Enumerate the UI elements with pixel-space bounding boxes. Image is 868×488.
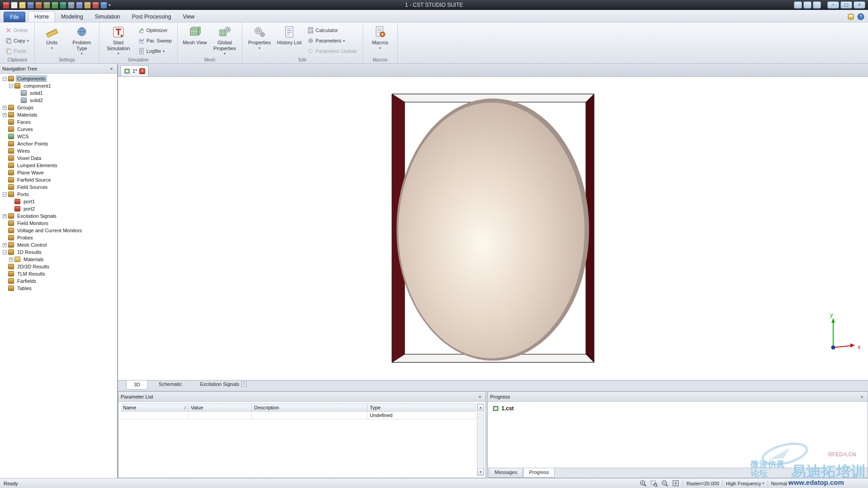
zoom-in-icon[interactable] xyxy=(639,479,647,487)
tree-item-port2[interactable]: port2 xyxy=(0,205,117,212)
paste-icon[interactable] xyxy=(84,2,91,9)
tab-modeling[interactable]: Modeling xyxy=(55,12,89,22)
param-scrollbar[interactable]: ▲ ▼ xyxy=(477,404,484,476)
cut-icon[interactable] xyxy=(68,2,75,9)
tree-item-farfields[interactable]: Farfields xyxy=(0,277,117,285)
dock-tab-messages[interactable]: Messages xyxy=(489,468,523,478)
tree-item-lumped-elements[interactable]: Lumped Elements xyxy=(0,162,117,169)
tree-item-1d-results[interactable]: −1D Results xyxy=(0,249,117,256)
tree-item-field-monitors[interactable]: Field Monitors xyxy=(0,220,117,227)
progress-file-item[interactable]: 1.cst xyxy=(488,402,868,412)
view-tab-3d[interactable]: 3D xyxy=(126,380,148,389)
viewport-3d[interactable]: y x xyxy=(118,77,868,380)
calculator-button[interactable]: Calculator xyxy=(305,26,359,35)
qat-customize-caret-icon[interactable]: ▾ xyxy=(108,3,111,7)
help-icon[interactable] xyxy=(100,2,107,9)
save-project-icon[interactable] xyxy=(27,2,34,9)
ellipsoid-model[interactable] xyxy=(396,99,589,361)
collapse-icon[interactable]: − xyxy=(3,192,7,197)
tree-item-components[interactable]: −Components xyxy=(0,75,117,82)
delete-icon[interactable] xyxy=(92,2,99,9)
delete-button[interactable]: Delete xyxy=(3,26,31,35)
tree-item-faces[interactable]: Faces xyxy=(0,118,117,126)
properties-button[interactable]: Properties ▾ xyxy=(245,24,274,50)
column-header-description[interactable]: Description xyxy=(252,404,368,412)
parameter-row[interactable]: Undefined xyxy=(121,412,476,419)
undo-icon[interactable] xyxy=(52,2,58,9)
tab-post-processing[interactable]: Post Processing xyxy=(126,12,177,22)
expand-icon[interactable]: + xyxy=(3,106,7,110)
tree-item-curves[interactable]: Curves xyxy=(0,126,117,133)
import-icon[interactable] xyxy=(35,2,42,9)
help-icon[interactable]: ? xyxy=(857,13,864,20)
paste-button[interactable]: Paste xyxy=(3,47,31,56)
logfile-button[interactable]: Logfile ▾ xyxy=(136,47,174,56)
close-icon[interactable]: × xyxy=(241,381,247,387)
expand-icon[interactable]: + xyxy=(9,258,13,262)
tree-item-farfield-source[interactable]: Farfield Source xyxy=(0,176,117,183)
mesh-view-button[interactable]: Mesh View xyxy=(181,24,209,46)
tree-item-ports[interactable]: −Ports xyxy=(0,191,117,198)
redo-icon[interactable] xyxy=(60,2,66,9)
close-icon[interactable]: × xyxy=(108,65,115,72)
macros-button[interactable]: Macros ▾ xyxy=(366,24,394,50)
tree-item-2d-3d-results[interactable]: 2D/3D Results xyxy=(0,263,117,270)
zoom-out-icon[interactable] xyxy=(661,479,669,487)
frequency-range-dropdown[interactable]: High Frequency ▾ xyxy=(726,481,764,486)
close-icon[interactable]: × xyxy=(476,393,483,400)
history-list-button[interactable]: History List xyxy=(275,24,303,46)
column-header-name[interactable]: Name/ xyxy=(121,404,189,412)
tree-item-plane-wave[interactable]: Plane Wave xyxy=(0,169,117,176)
collapse-icon[interactable]: − xyxy=(9,84,13,88)
tree-item-anchor-points[interactable]: Anchor Points xyxy=(0,140,117,147)
minimize-button[interactable]: − xyxy=(827,1,839,9)
units-button[interactable]: Units ▾ xyxy=(38,24,66,50)
copy-button[interactable]: Copy ▾ xyxy=(3,36,31,45)
tree-item-voltage-and-current-monitors[interactable]: Voltage and Current Monitors xyxy=(0,227,117,234)
titlebar-button-2[interactable] xyxy=(803,1,811,9)
optimizer-button[interactable]: Optimizer xyxy=(136,26,174,35)
close-document-icon[interactable]: × xyxy=(139,68,145,74)
tree-item-component1[interactable]: −component1 xyxy=(0,82,117,89)
tree-item-solid2[interactable]: solid2 xyxy=(0,97,117,104)
view-tab-excitation-signals[interactable]: Excitation Signals× xyxy=(193,380,254,389)
color-scheme-icon[interactable] xyxy=(847,13,854,20)
fit-view-icon[interactable] xyxy=(672,479,679,487)
titlebar-button-1[interactable] xyxy=(794,1,802,9)
scroll-up-icon[interactable]: ▲ xyxy=(477,404,484,411)
close-button[interactable]: × xyxy=(854,1,865,9)
dock-tab-progress[interactable]: Progress xyxy=(523,468,555,478)
par-sweep-button[interactable]: Par. Sweep xyxy=(136,36,174,45)
document-tab-1[interactable]: 1* × xyxy=(120,65,149,76)
new-project-icon[interactable] xyxy=(11,2,18,9)
copy-icon[interactable] xyxy=(76,2,83,9)
tree-item-excitation-signals[interactable]: +Excitation Signals xyxy=(0,212,117,220)
collapse-icon[interactable]: − xyxy=(3,77,7,81)
tree-item-wires[interactable]: Wires xyxy=(0,147,117,155)
cst-logo-icon[interactable] xyxy=(3,2,9,9)
open-project-icon[interactable] xyxy=(19,2,26,9)
expand-icon[interactable]: + xyxy=(3,243,7,247)
scroll-down-icon[interactable]: ▼ xyxy=(477,469,484,475)
zoom-window-icon[interactable] xyxy=(650,479,658,487)
tree-item-tables[interactable]: Tables xyxy=(0,285,117,292)
start-simulation-button[interactable]: Start Simulation ▾ xyxy=(103,24,134,56)
view-tab-schematic[interactable]: Schematic xyxy=(151,380,189,389)
maximize-button[interactable]: ▢ xyxy=(840,1,852,9)
tab-simulation[interactable]: Simulation xyxy=(89,12,126,22)
tree-item-groups[interactable]: +Groups xyxy=(0,104,117,111)
export-icon[interactable] xyxy=(43,2,50,9)
tree-item-tlm-results[interactable]: TLM Results xyxy=(0,270,117,277)
tab-view[interactable]: View xyxy=(177,12,200,22)
parametric-update-button[interactable]: Parametric Update xyxy=(305,47,359,56)
tree-item-solid1[interactable]: solid1 xyxy=(0,89,117,97)
expand-icon[interactable]: + xyxy=(3,113,7,117)
column-header-type[interactable]: Type xyxy=(368,404,476,412)
titlebar-button-3[interactable] xyxy=(813,1,821,9)
global-properties-button[interactable]: Global Properties ▾ xyxy=(211,24,239,56)
tree-item-materials[interactable]: +Materials xyxy=(0,111,117,118)
tree-item-probes[interactable]: Probes xyxy=(0,234,117,241)
tree-item-field-sources[interactable]: Field Sources xyxy=(0,183,117,191)
collapse-icon[interactable]: − xyxy=(3,250,7,254)
close-icon[interactable]: × xyxy=(859,393,865,400)
